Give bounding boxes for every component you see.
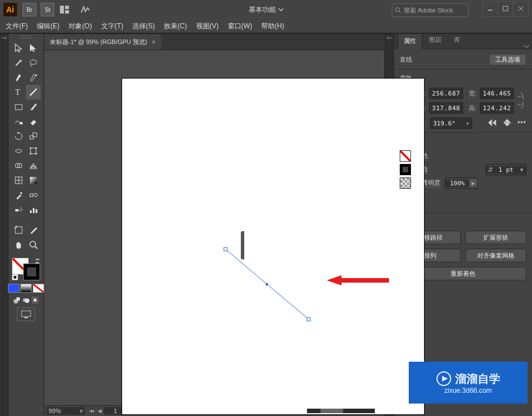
chevron-down-icon[interactable]: ▾ <box>464 120 472 127</box>
first-artboard-button[interactable]: ⏮ <box>88 408 95 414</box>
rotate-field[interactable]: 319.6° ▾ <box>430 118 472 129</box>
close-tab-icon[interactable]: × <box>152 38 155 45</box>
align-pixels-button[interactable]: 对齐像素网格 <box>465 249 526 262</box>
type-tool[interactable]: T <box>11 85 26 99</box>
screen-mode-button[interactable] <box>17 307 35 321</box>
panel-menu-icon[interactable] <box>521 44 532 49</box>
scale-tool[interactable] <box>26 129 41 144</box>
stroke-swatch[interactable] <box>23 263 40 280</box>
more-options-icon[interactable]: ••• <box>517 119 526 128</box>
app-logo: Ai <box>3 3 17 16</box>
shape-builder-tool[interactable] <box>11 158 26 173</box>
opacity-swatch[interactable] <box>400 177 411 189</box>
blend-tool[interactable] <box>26 188 41 202</box>
mesh-tool[interactable] <box>11 173 26 188</box>
lasso-tool[interactable] <box>26 55 41 70</box>
line-segment-tool[interactable] <box>26 85 41 99</box>
chevron-right-icon[interactable]: ▸ <box>469 179 477 187</box>
color-mode-none[interactable] <box>33 284 44 293</box>
chevron-down-icon[interactable]: ▾ <box>518 166 526 174</box>
svg-rect-28 <box>30 177 37 184</box>
svg-point-11 <box>36 75 37 76</box>
rotate-tool[interactable] <box>11 129 26 144</box>
tab-properties[interactable]: 属性 <box>397 33 422 49</box>
menu-effect[interactable]: 效果(C) <box>164 21 187 31</box>
pen-tool[interactable] <box>11 70 26 85</box>
stepper-icon[interactable]: ⇵ <box>486 166 494 174</box>
stroke-swatch[interactable] <box>400 164 411 175</box>
eyedropper-tool[interactable] <box>11 188 26 202</box>
direct-selection-tool[interactable] <box>26 41 41 55</box>
menu-file[interactable]: 文件(F) <box>6 21 28 31</box>
gpu-icon[interactable] <box>79 3 92 16</box>
bridge-icon[interactable]: Br <box>23 3 36 16</box>
magic-wand-tool[interactable] <box>11 55 26 70</box>
menu-window[interactable]: 窗口(W) <box>228 21 252 31</box>
flip-vertical-icon[interactable] <box>503 119 512 128</box>
artboard[interactable] <box>122 79 424 414</box>
eraser-tool[interactable] <box>26 114 41 129</box>
fill-swatch[interactable] <box>400 150 411 162</box>
workspace-label: 基本功能 <box>249 5 276 15</box>
free-transform-tool[interactable] <box>26 144 41 158</box>
panel-grip[interactable] <box>15 35 37 38</box>
hand-tool[interactable] <box>11 237 26 252</box>
menu-view[interactable]: 视图(V) <box>196 21 219 31</box>
search-box[interactable]: 搜索 Adobe Stock <box>392 3 469 17</box>
expand-shape-button[interactable]: 扩展形状 <box>465 231 526 244</box>
document-tab[interactable]: 未标题-1* @ 99% (RGB/GPU 预览) × <box>44 34 161 50</box>
curvature-tool[interactable] <box>26 70 41 85</box>
artboard-tool[interactable] <box>11 223 26 237</box>
column-graph-tool[interactable] <box>26 202 41 217</box>
paintbrush-tool[interactable] <box>26 99 41 114</box>
right-scroll-thumb[interactable] <box>241 231 244 259</box>
x-field[interactable]: 256.687 <box>429 88 463 99</box>
flip-horizontal-icon[interactable] <box>488 119 497 128</box>
zoom-tool[interactable] <box>26 237 41 252</box>
arrange-docs-icon[interactable] <box>59 3 71 16</box>
width-tool[interactable] <box>11 144 26 158</box>
symbol-sprayer-tool[interactable] <box>11 202 26 217</box>
height-field[interactable]: 124.242 <box>480 102 514 114</box>
menu-select[interactable]: 选择(S) <box>132 21 155 31</box>
prev-artboard-button[interactable]: ◀ <box>96 408 103 414</box>
stock-icon[interactable]: St <box>41 3 54 16</box>
slice-tool[interactable] <box>26 223 41 237</box>
width-field[interactable]: 146.465 <box>480 88 514 99</box>
menu-help[interactable]: 帮助(H) <box>261 21 284 31</box>
tab-layers[interactable]: 图层 <box>423 33 447 49</box>
color-mode-gradient[interactable] <box>20 284 32 293</box>
gradient-tool[interactable] <box>26 173 41 188</box>
opacity-field[interactable]: 100% ▸ <box>445 177 478 189</box>
svg-point-19 <box>30 148 32 149</box>
minimize-button[interactable] <box>483 2 498 15</box>
rectangle-tool[interactable] <box>11 99 26 114</box>
menu-object[interactable]: 对象(O) <box>68 21 92 31</box>
close-button[interactable] <box>513 2 528 15</box>
perspective-grid-tool[interactable] <box>26 158 41 173</box>
zoom-field[interactable]: 99% ▾ <box>46 407 85 415</box>
swap-fill-stroke-icon[interactable] <box>34 258 40 263</box>
title-bar: Ai Br St 基本功能 搜索 Adobe Stock <box>0 0 532 19</box>
tab-libraries[interactable]: 库 <box>448 33 466 49</box>
draw-normal-icon[interactable] <box>13 296 21 304</box>
color-mode-solid[interactable] <box>8 284 19 293</box>
fill-stroke-indicator[interactable] <box>12 258 40 280</box>
menu-edit[interactable]: 编辑(E) <box>37 21 59 31</box>
default-fill-stroke-icon[interactable] <box>12 274 18 280</box>
menu-type[interactable]: 文字(T) <box>101 21 123 31</box>
selection-tool[interactable] <box>11 41 26 55</box>
workspace-switcher[interactable]: 基本功能 <box>245 3 287 16</box>
draw-inside-icon[interactable] <box>31 296 39 304</box>
tool-options-button[interactable]: 工具选项 <box>489 54 526 66</box>
link-wh-icon[interactable] <box>516 92 525 109</box>
stroke-weight-field[interactable]: ⇵ 1 pt ▾ <box>486 164 526 175</box>
y-field[interactable]: 317.848 <box>429 102 463 114</box>
scroll-thumb[interactable] <box>321 409 343 413</box>
left-panel-collapse[interactable] <box>0 34 8 416</box>
draw-behind-icon[interactable] <box>22 296 30 304</box>
svg-point-42 <box>30 241 36 247</box>
maximize-button[interactable] <box>498 2 513 15</box>
shaper-tool[interactable] <box>11 114 26 129</box>
canvas-viewport[interactable] <box>44 50 385 405</box>
